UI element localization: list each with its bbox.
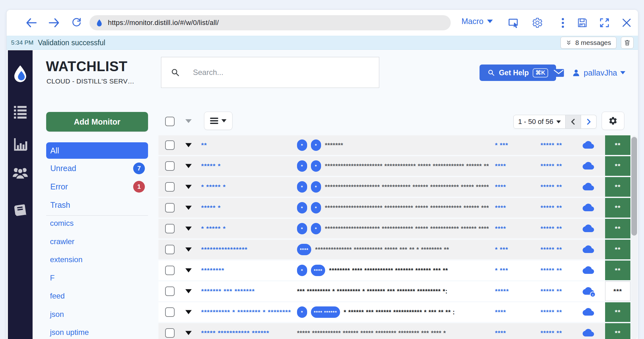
- row-link-primary[interactable]: * ***: [495, 267, 508, 274]
- add-monitor-button[interactable]: Add Monitor: [46, 112, 148, 132]
- row-link-primary[interactable]: ****: [495, 183, 506, 191]
- table-settings-button[interactable]: [602, 112, 624, 130]
- filter-unread[interactable]: Unread 7: [46, 161, 148, 175]
- row-link-primary[interactable]: * ***: [495, 246, 508, 253]
- row-link-primary[interactable]: * ***: [495, 142, 508, 149]
- row-checkbox[interactable]: [165, 287, 175, 296]
- table-row[interactable]: ***** *********** *********** **********…: [158, 323, 630, 339]
- messages-button[interactable]: 8 messages: [560, 37, 616, 49]
- monitor-name-link[interactable]: ***** *: [201, 162, 294, 170]
- row-link-secondary[interactable]: ***** **: [541, 183, 562, 191]
- row-checkbox[interactable]: [165, 161, 175, 171]
- row-link-primary[interactable]: *****: [495, 288, 509, 295]
- row-link-primary[interactable]: ****: [495, 309, 506, 316]
- next-page-button[interactable]: [581, 115, 597, 129]
- pagination-range-dropdown[interactable]: 1 - 50 of 56: [513, 115, 566, 129]
- table-row[interactable]: * ***** ************************ *******…: [158, 177, 630, 197]
- clear-messages-button[interactable]: [621, 37, 634, 49]
- back-icon[interactable]: [25, 16, 38, 29]
- row-checkbox[interactable]: [165, 203, 175, 213]
- username[interactable]: pallavJha: [584, 68, 617, 77]
- row-expand-caret[interactable]: [185, 310, 192, 314]
- row-expand-caret[interactable]: [185, 206, 192, 210]
- row-link-secondary[interactable]: ***** **: [541, 163, 562, 170]
- table-row[interactable]: ********************* **** *********** *…: [158, 261, 630, 280]
- monitor-name-link[interactable]: ***** *********** ******: [201, 329, 294, 337]
- monitor-name-link[interactable]: ****************: [201, 246, 294, 253]
- row-expand-caret[interactable]: [185, 331, 192, 335]
- mail-icon[interactable]: [553, 69, 564, 77]
- row-expand-caret[interactable]: [185, 227, 192, 231]
- row-link-primary[interactable]: ****: [495, 204, 506, 212]
- row-link-primary[interactable]: ****: [495, 330, 506, 337]
- tag-crawler[interactable]: crawler: [50, 237, 145, 247]
- table-row[interactable]: ***** ************************* ********…: [158, 156, 630, 176]
- save-icon[interactable]: [577, 17, 588, 28]
- table-row[interactable]: ******* *** ********** ********* * *****…: [158, 281, 630, 301]
- element-picker-icon[interactable]: [508, 17, 519, 28]
- filter-error[interactable]: Error 1: [46, 180, 148, 194]
- row-link-secondary[interactable]: ***** **: [541, 288, 562, 295]
- tag-json[interactable]: json: [50, 310, 145, 319]
- get-help-button[interactable]: Get Help ⌘K: [480, 65, 556, 81]
- row-checkbox[interactable]: [165, 182, 175, 192]
- list-options-button[interactable]: [204, 112, 232, 130]
- tag-f[interactable]: F: [50, 274, 145, 283]
- select-all-checkbox[interactable]: [165, 117, 175, 126]
- filter-trash[interactable]: Trash: [46, 198, 148, 212]
- row-link-secondary[interactable]: ***** **: [541, 204, 562, 212]
- row-expand-caret[interactable]: [185, 289, 192, 293]
- scrollbar-thumb[interactable]: [631, 137, 637, 236]
- reports-chart-icon[interactable]: [13, 137, 28, 152]
- row-link-secondary[interactable]: ***** **: [541, 142, 562, 149]
- row-expand-caret[interactable]: [185, 185, 192, 189]
- row-checkbox[interactable]: [165, 140, 175, 150]
- prev-page-button[interactable]: [566, 115, 581, 129]
- row-link-primary[interactable]: ****: [495, 163, 506, 170]
- refresh-icon[interactable]: [71, 17, 84, 30]
- row-expand-caret[interactable]: [185, 143, 192, 147]
- row-expand-caret[interactable]: [185, 164, 192, 168]
- tag-comics[interactable]: comics: [50, 219, 145, 228]
- close-icon[interactable]: [621, 17, 632, 28]
- table-row[interactable]: * ***** ************************ *******…: [158, 219, 630, 238]
- row-link-secondary[interactable]: ***** **: [541, 330, 562, 337]
- select-menu-caret[interactable]: [185, 119, 192, 123]
- macro-dropdown[interactable]: Macro: [461, 17, 493, 26]
- team-people-icon[interactable]: [12, 166, 29, 179]
- monitor-name-link[interactable]: ******* *** *******: [201, 287, 294, 295]
- table-row[interactable]: ***** ************************* ********…: [158, 198, 630, 218]
- row-link-primary[interactable]: ****: [495, 225, 506, 232]
- monitor-name-link[interactable]: * ***** *: [201, 225, 294, 232]
- monitor-name-link[interactable]: ***** *: [201, 204, 294, 212]
- fullscreen-icon[interactable]: [599, 17, 610, 28]
- table-row[interactable]: ********** * ******** * ************* **…: [158, 302, 630, 322]
- table-row[interactable]: ************ ******** ****: [158, 135, 630, 155]
- watchlist-list-icon[interactable]: [13, 104, 28, 119]
- row-expand-caret[interactable]: [185, 268, 192, 273]
- filter-all[interactable]: All: [46, 142, 148, 159]
- table-row[interactable]: ********************************** *****…: [158, 240, 630, 259]
- gear-icon[interactable]: [532, 17, 543, 28]
- forward-icon[interactable]: [48, 16, 60, 29]
- row-link-secondary[interactable]: ***** **: [541, 246, 562, 253]
- docs-book-icon[interactable]: [13, 204, 28, 219]
- row-checkbox[interactable]: [165, 224, 175, 233]
- url-bar[interactable]: https://monitor.distill.io/#/w/0/list/al…: [90, 15, 451, 30]
- row-link-secondary[interactable]: ***** **: [541, 267, 562, 274]
- monitor-name-link[interactable]: **: [201, 141, 294, 149]
- row-link-secondary[interactable]: ***** **: [541, 309, 562, 316]
- row-expand-caret[interactable]: [185, 248, 192, 252]
- monitor-name-link[interactable]: ********: [201, 267, 294, 274]
- kebab-menu-icon[interactable]: [558, 17, 567, 28]
- distill-logo-icon[interactable]: [11, 64, 30, 84]
- tag-feed[interactable]: feed: [50, 292, 145, 301]
- row-checkbox[interactable]: [165, 245, 175, 254]
- row-checkbox[interactable]: [165, 328, 175, 338]
- monitor-name-link[interactable]: * ***** *: [201, 183, 294, 191]
- row-checkbox[interactable]: [165, 266, 175, 275]
- monitor-name-link[interactable]: ********** * ******** * ********: [201, 308, 294, 316]
- search-input[interactable]: [192, 68, 358, 77]
- row-checkbox[interactable]: [165, 307, 175, 317]
- row-link-secondary[interactable]: ***** **: [541, 225, 562, 232]
